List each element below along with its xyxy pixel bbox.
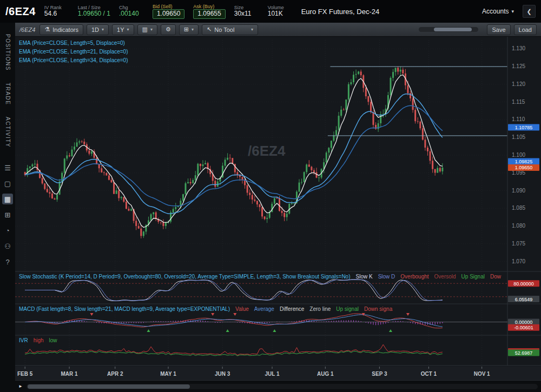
time-axis-label: SEP 3 bbox=[372, 371, 387, 377]
save-button[interactable]: Save bbox=[487, 24, 510, 35]
widgets-icon[interactable]: ⊞ bbox=[2, 209, 13, 220]
field-iv-rank: IV Rank 54.6 bbox=[44, 5, 69, 18]
drawing-tool-dropdown[interactable]: ↖ No Tool ▾ bbox=[202, 24, 258, 35]
chevron-left-icon: ❮ bbox=[526, 8, 531, 15]
chevron-down-icon: ▾ bbox=[102, 27, 104, 32]
chevron-down-icon: ▾ bbox=[150, 27, 153, 32]
price-axis-label: 1.110 bbox=[512, 116, 525, 122]
time-axis-label: AUG 1 bbox=[317, 371, 334, 377]
axis-badge: 0.00000 bbox=[508, 319, 539, 325]
chart-watermark: /6EZ4 bbox=[248, 143, 286, 159]
time-axis-label: JUN 3 bbox=[215, 371, 230, 377]
price-axis-label: 1.105 bbox=[512, 134, 525, 140]
price-chart[interactable]: FEB 5MAR 1APR 2MAY 1JUN 3JUL 1AUG 1SEP 3… bbox=[15, 37, 541, 380]
help-icon[interactable]: ? bbox=[2, 256, 13, 267]
range-dropdown[interactable]: 1Y ▾ bbox=[112, 24, 134, 35]
field-volume: Volume 101K bbox=[268, 5, 293, 18]
expand-arrow-icon[interactable]: ► bbox=[18, 384, 23, 389]
time-axis-label: APR 2 bbox=[107, 371, 123, 377]
chevron-down-icon: ▾ bbox=[192, 27, 194, 32]
svg-text:52.6987: 52.6987 bbox=[515, 350, 533, 356]
axis-badge: 1.10785 bbox=[508, 124, 539, 131]
axis-badge: 1.09825 bbox=[508, 158, 539, 164]
chevron-down-icon: ▾ bbox=[127, 27, 129, 32]
svg-text:80.00000: 80.00000 bbox=[513, 281, 534, 287]
monitor-icon[interactable]: ▢ bbox=[2, 178, 13, 189]
chart-settings-button[interactable]: ⚙ bbox=[161, 24, 176, 35]
indicators-button[interactable]: ⚗ Indicators bbox=[39, 24, 83, 35]
chevron-down-icon: ▾ bbox=[511, 9, 514, 14]
field-ask: Ask (Buy) 1.09655 bbox=[193, 4, 225, 19]
bar-chart-icon: ▥ bbox=[142, 26, 148, 32]
svg-text:1.09825: 1.09825 bbox=[515, 159, 533, 164]
grid-icon: ⊞ bbox=[184, 26, 189, 32]
time-axis-label: MAR 1 bbox=[61, 371, 78, 377]
cursor-icon: ↖ bbox=[207, 26, 212, 32]
svg-text:6.05549: 6.05549 bbox=[515, 297, 533, 302]
axis-badge: -0.00601 bbox=[508, 324, 539, 331]
time-axis-label: OCT 1 bbox=[421, 371, 437, 377]
time-zoom-slider[interactable] bbox=[419, 27, 478, 32]
price-axis-label: 1.125 bbox=[512, 63, 525, 69]
charts-icon[interactable]: ▦ bbox=[2, 194, 13, 204]
community-icon[interactable]: ⚇ bbox=[2, 241, 13, 251]
price-axis-label: 1.090 bbox=[512, 188, 525, 194]
field-last-size: Last / Size 1.09650 / 1 bbox=[78, 5, 110, 18]
watchlist-icon[interactable]: ☰ bbox=[2, 162, 13, 173]
timeframe-dropdown[interactable]: 1D ▾ bbox=[87, 24, 109, 35]
time-scrollbar-handle[interactable] bbox=[28, 384, 190, 389]
price-axis-label: 1.075 bbox=[512, 241, 525, 247]
axis-badge: 52.6987 bbox=[508, 349, 539, 356]
svg-text:-0.00601: -0.00601 bbox=[514, 325, 533, 330]
field-change: Chg .00140 bbox=[119, 5, 144, 18]
time-axis-label: NOV 1 bbox=[474, 371, 490, 377]
grid-layout-dropdown[interactable]: ⊞ ▾ bbox=[179, 24, 199, 35]
ask-button[interactable]: 1.09655 bbox=[193, 9, 225, 19]
left-sidebar: POSITIONS TRADE ACTIVITY ☰ ▢ ▦ ⊞ ◔ ⚇ ? bbox=[0, 23, 15, 392]
price-axis-label: 1.130 bbox=[512, 45, 525, 51]
slider-handle[interactable] bbox=[434, 28, 472, 31]
axis-badge: 80.00000 bbox=[508, 280, 539, 287]
gear-icon: ⚙ bbox=[166, 26, 171, 32]
field-size: Size 30x11 bbox=[234, 5, 259, 18]
chevron-down-icon: ▾ bbox=[251, 27, 253, 32]
svg-text:0.00000: 0.00000 bbox=[515, 320, 533, 325]
tab-positions[interactable]: POSITIONS bbox=[5, 28, 11, 77]
tab-trade[interactable]: TRADE bbox=[5, 77, 11, 111]
price-axis-label: 1.100 bbox=[512, 152, 525, 158]
history-icon[interactable]: ◔ bbox=[2, 225, 13, 236]
beaker-icon: ⚗ bbox=[44, 26, 50, 32]
chart-style-dropdown[interactable]: ▥ ▾ bbox=[137, 24, 157, 35]
chart-symbol-field[interactable]: /6EZ4 bbox=[19, 26, 35, 33]
price-axis-label: 1.120 bbox=[512, 81, 525, 87]
svg-text:1.10785: 1.10785 bbox=[515, 125, 533, 130]
time-axis-label: FEB 5 bbox=[17, 371, 33, 377]
chart-area[interactable]: FEB 5MAR 1APR 2MAY 1JUN 3JUL 1AUG 1SEP 3… bbox=[15, 37, 541, 380]
header: /6EZ4 IV Rank 54.6 Last / Size 1.09650 /… bbox=[0, 0, 541, 23]
svg-text:1.09650: 1.09650 bbox=[515, 165, 533, 170]
bid-button[interactable]: 1.09650 bbox=[153, 9, 184, 19]
instrument-title: Euro FX Futures, Dec-24 bbox=[301, 8, 380, 16]
collapse-panel-button[interactable]: ❮ bbox=[523, 5, 536, 18]
chart-toolbar: /6EZ4 ⚗ Indicators 1D ▾ 1Y ▾ ▥ ▾ ⚙ ⊞ bbox=[15, 23, 541, 37]
tab-activity[interactable]: ACTIVITY bbox=[5, 111, 11, 154]
price-axis-label: 1.115 bbox=[512, 99, 525, 105]
axis-badge: 1.09650 bbox=[508, 164, 539, 171]
load-button[interactable]: Load bbox=[514, 24, 537, 35]
accounts-dropdown[interactable]: Accounts ▾ bbox=[482, 8, 514, 15]
axis-badge: 6.05549 bbox=[508, 296, 539, 302]
price-axis-label: 1.085 bbox=[512, 205, 525, 211]
time-scrollbar[interactable] bbox=[27, 384, 538, 389]
time-axis-label: MAY 1 bbox=[160, 371, 176, 377]
time-scrollbar-row: ► bbox=[15, 380, 541, 392]
time-axis-label: JUL 1 bbox=[265, 371, 279, 377]
price-axis-label: 1.070 bbox=[512, 258, 525, 264]
price-axis-label: 1.080 bbox=[512, 223, 525, 229]
field-bid: Bid (Sell) 1.09650 bbox=[153, 4, 184, 19]
header-symbol[interactable]: /6EZ4 bbox=[5, 5, 36, 18]
